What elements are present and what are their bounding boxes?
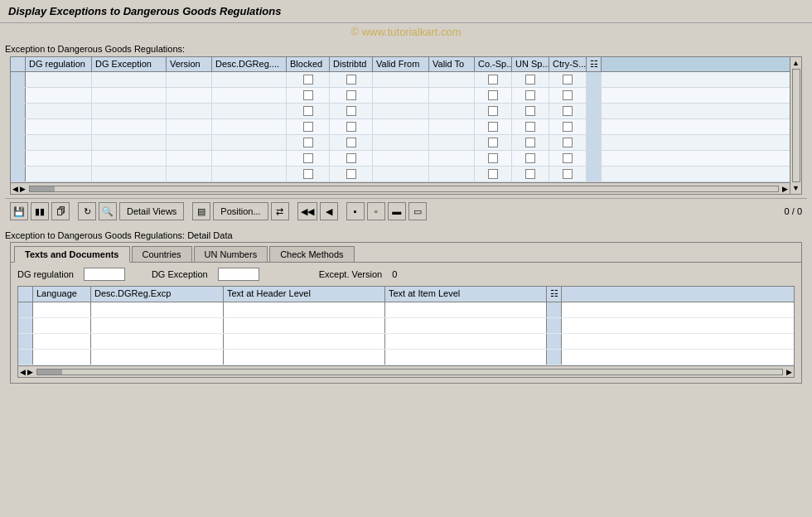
checkbox-distribtd[interactable] [346, 106, 356, 116]
cell-blocked[interactable] [287, 88, 330, 103]
checkbox-ctry[interactable] [563, 122, 573, 132]
table-row[interactable] [11, 88, 790, 104]
detail-scroll-right-end[interactable]: ▶ [786, 368, 792, 376]
cell-cosp[interactable] [475, 88, 512, 103]
checkbox-cosp[interactable] [488, 153, 498, 163]
checkbox-ctry[interactable] [563, 169, 573, 179]
tab-un-numbers[interactable]: UN Numbers [194, 246, 268, 262]
nav1-button[interactable]: ▪ [346, 202, 365, 220]
select-button[interactable]: ▤ [192, 202, 210, 220]
table-row[interactable] [11, 119, 790, 135]
row-selector[interactable] [11, 104, 26, 118]
checkbox-cosp[interactable] [488, 75, 498, 85]
position-button[interactable]: Position... [213, 202, 268, 220]
checkbox-cosp[interactable] [488, 122, 498, 132]
cell-unsp[interactable] [512, 135, 549, 150]
cell-unsp[interactable] [512, 88, 549, 103]
checkbox-blocked[interactable] [303, 106, 313, 116]
multi-select-button[interactable]: ▮▮ [31, 202, 49, 220]
checkbox-unsp[interactable] [525, 138, 535, 147]
find-button[interactable]: 🔍 [99, 202, 117, 220]
scrollbar-track[interactable] [29, 186, 779, 192]
upper-hscrollbar[interactable]: ◀ ▶ ▶ [11, 182, 790, 194]
checkbox-blocked[interactable] [303, 75, 313, 85]
cell-distribtd[interactable] [330, 135, 373, 150]
scroll-right-arrow[interactable]: ▶ [20, 185, 26, 193]
checkbox-ctry[interactable] [563, 138, 573, 147]
detail-views-button[interactable]: Detail Views [119, 202, 184, 220]
detail-row-sel[interactable] [18, 350, 33, 365]
checkbox-ctry[interactable] [563, 90, 573, 100]
upper-vscrollbar[interactable]: ▲ ▼ [790, 57, 801, 194]
cell-cosp[interactable] [475, 135, 512, 150]
cell-ctry[interactable] [549, 104, 587, 118]
cell-blocked[interactable] [287, 119, 330, 134]
nav3-button[interactable]: ▬ [388, 202, 406, 220]
checkbox-ctry[interactable] [563, 75, 573, 85]
cell-blocked[interactable] [287, 104, 330, 118]
checkbox-blocked[interactable] [303, 153, 313, 163]
scroll-left-arrow[interactable]: ◀ [12, 185, 18, 193]
cell-distribtd[interactable] [330, 167, 373, 181]
checkbox-cosp[interactable] [488, 138, 498, 147]
table-row[interactable] [11, 167, 790, 182]
table-row[interactable] [11, 72, 790, 88]
cell-unsp[interactable] [512, 104, 549, 118]
checkbox-unsp[interactable] [525, 153, 535, 163]
row-selector[interactable] [11, 72, 26, 87]
checkbox-ctry[interactable] [563, 153, 573, 163]
cell-ctry[interactable] [549, 119, 587, 134]
row-selector[interactable] [11, 151, 26, 166]
checkbox-cosp[interactable] [488, 169, 498, 179]
cell-ctry[interactable] [549, 135, 587, 150]
cell-distribtd[interactable] [330, 104, 373, 118]
table-row[interactable] [18, 318, 794, 334]
cell-unsp[interactable] [512, 119, 549, 134]
detail-scrollbar-track[interactable] [36, 369, 783, 375]
checkbox-cosp[interactable] [488, 106, 498, 116]
checkbox-cosp[interactable] [488, 90, 498, 100]
table-row[interactable] [18, 334, 794, 350]
first-button[interactable]: ◀◀ [297, 202, 317, 220]
tab-countries[interactable]: Countries [132, 246, 192, 262]
jump-button[interactable]: ⇄ [271, 202, 289, 220]
checkbox-blocked[interactable] [303, 138, 313, 147]
cell-cosp[interactable] [475, 72, 512, 87]
tab-check-methods[interactable]: Check Methods [269, 246, 354, 262]
scroll-up-arrow[interactable]: ▲ [790, 57, 801, 69]
checkbox-distribtd[interactable] [346, 75, 356, 85]
checkbox-unsp[interactable] [525, 122, 535, 132]
cell-cosp[interactable] [475, 119, 512, 134]
dg-exception-input[interactable] [218, 268, 259, 281]
checkbox-blocked[interactable] [303, 90, 313, 100]
checkbox-blocked[interactable] [303, 122, 313, 132]
save-button[interactable]: 💾 [10, 202, 28, 220]
table-row[interactable] [11, 104, 790, 119]
nav4-button[interactable]: ▭ [408, 202, 427, 220]
checkbox-unsp[interactable] [525, 106, 535, 116]
checkbox-blocked[interactable] [303, 169, 313, 179]
cell-ctry[interactable] [549, 167, 587, 181]
dg-regulation-input[interactable] [84, 268, 125, 281]
cell-cosp[interactable] [475, 104, 512, 118]
cell-cosp[interactable] [475, 151, 512, 166]
table-row[interactable] [11, 135, 790, 151]
refresh-button[interactable]: ↻ [78, 202, 96, 220]
scroll-right-end-arrow[interactable]: ▶ [782, 185, 788, 193]
copy-button[interactable]: 🗍 [51, 202, 70, 220]
cell-distribtd[interactable] [330, 151, 373, 166]
cell-cosp[interactable] [475, 167, 512, 181]
cell-blocked[interactable] [287, 72, 330, 87]
checkbox-unsp[interactable] [525, 75, 535, 85]
table-row[interactable] [11, 151, 790, 167]
cell-blocked[interactable] [287, 151, 330, 166]
checkbox-distribtd[interactable] [346, 90, 356, 100]
scroll-down-arrow[interactable]: ▼ [790, 182, 801, 194]
checkbox-unsp[interactable] [525, 169, 535, 179]
cell-blocked[interactable] [287, 135, 330, 150]
vscroll-track[interactable] [792, 69, 800, 182]
row-selector[interactable] [11, 167, 26, 181]
checkbox-distribtd[interactable] [346, 169, 356, 179]
cell-blocked[interactable] [287, 167, 330, 181]
row-selector[interactable] [11, 88, 26, 103]
